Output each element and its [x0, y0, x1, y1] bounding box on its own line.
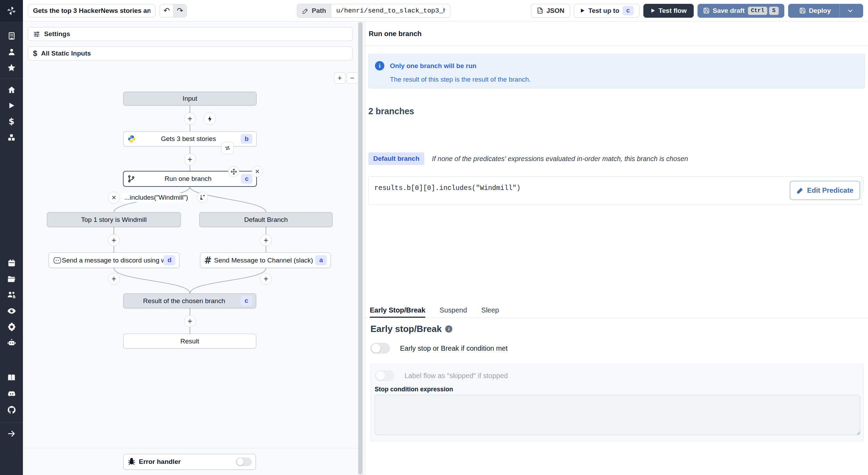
- sidebar-item-settings[interactable]: [0, 319, 23, 335]
- advanced-tabs: Early Stop/Break Suspend Sleep: [365, 304, 868, 318]
- sidebar-item-docs[interactable]: [0, 370, 23, 386]
- sidebar-item-variables[interactable]: $: [0, 114, 23, 130]
- sidebar-item-schedules[interactable]: [0, 255, 23, 271]
- home-icon: [7, 85, 16, 94]
- flow-title-input[interactable]: [28, 4, 156, 17]
- insert-step-button[interactable]: +: [184, 153, 196, 165]
- node-branch-top1-windmill[interactable]: Top 1 story is Windmill: [47, 212, 181, 227]
- discord-icon: [7, 389, 16, 399]
- test-flow-button[interactable]: Test flow: [643, 4, 694, 18]
- deploy-button[interactable]: Deploy: [788, 4, 863, 18]
- error-handler-toggle[interactable]: [236, 458, 252, 466]
- tab-suspend[interactable]: Suspend: [440, 304, 467, 318]
- sidebar-item-home[interactable]: [0, 82, 23, 98]
- insert-step-button[interactable]: +: [260, 234, 272, 246]
- retry-indicator-button[interactable]: [221, 142, 234, 154]
- test-up-to-step-badge: c: [623, 6, 634, 15]
- node-send-slack-message[interactable]: # Send Message to Channel (slack) a: [200, 252, 331, 268]
- sidebar-item-audit-logs[interactable]: [0, 303, 23, 319]
- graph-edges: [23, 22, 365, 475]
- test-up-to-label: Test up to: [588, 7, 619, 15]
- lightning-icon: [207, 116, 213, 122]
- remove-branch-button[interactable]: ✕: [108, 192, 120, 203]
- toggle-knob: [237, 458, 244, 465]
- add-branch-button[interactable]: [197, 192, 208, 203]
- sidebar-item-groups[interactable]: [0, 287, 23, 303]
- insert-step-button[interactable]: +: [184, 113, 196, 125]
- sidebar-item-workers[interactable]: [0, 335, 23, 351]
- path-input[interactable]: [331, 4, 450, 18]
- delete-step-button[interactable]: ✕: [252, 166, 263, 177]
- add-trigger-button[interactable]: [203, 112, 216, 125]
- file-json-icon: [537, 7, 543, 14]
- node-input[interactable]: Input: [123, 92, 257, 106]
- step-id-badge: d: [164, 255, 175, 265]
- flow-settings-button[interactable]: Settings: [28, 27, 353, 41]
- default-branch-badge: Default branch: [368, 152, 424, 165]
- deploy-separator: [840, 4, 840, 17]
- sidebar-item-discord[interactable]: [0, 386, 23, 402]
- node-gets-3-best-stories[interactable]: Gets 3 best stories b: [123, 131, 257, 147]
- sidebar-item-resources[interactable]: [0, 130, 23, 145]
- kbd-s: S: [769, 7, 779, 15]
- git-branch-plus-icon: [199, 194, 206, 200]
- insert-step-button[interactable]: +: [108, 273, 120, 285]
- topbar: ↶ ↷ Path JSON Test up to c Test flow Sav…: [23, 0, 868, 22]
- edit-predicate-button[interactable]: Edit Predicate: [790, 181, 860, 200]
- insert-step-button[interactable]: +: [184, 315, 196, 327]
- node-label: Run one branch: [135, 175, 241, 183]
- flow-settings-label: Settings: [44, 30, 70, 38]
- insert-step-button[interactable]: +: [260, 273, 272, 285]
- all-static-inputs-button[interactable]: $ All Static Inputs: [28, 47, 353, 60]
- windmill-logo[interactable]: [0, 0, 23, 22]
- stop-condition-textarea[interactable]: [375, 395, 860, 435]
- star-icon: [7, 63, 16, 72]
- path-chip[interactable]: Path: [297, 4, 331, 18]
- tab-sleep[interactable]: Sleep: [481, 304, 499, 318]
- save-draft-button[interactable]: Save draft CtrlS: [698, 4, 784, 18]
- sidebar-item-user[interactable]: [0, 44, 23, 60]
- deploy-dropdown[interactable]: [843, 4, 858, 17]
- undo-button[interactable]: ↶: [160, 5, 173, 17]
- step-id-badge: b: [241, 134, 252, 144]
- deploy-main[interactable]: Deploy: [794, 4, 836, 17]
- node-label: Send a message to discord using w...: [62, 257, 164, 264]
- panel-splitter[interactable]: [358, 22, 363, 475]
- sidebar-item-folders[interactable]: [0, 271, 23, 287]
- label-skipped-toggle[interactable]: [375, 370, 394, 381]
- early-stop-toggle[interactable]: [370, 343, 390, 353]
- pencil-icon: [302, 8, 309, 14]
- tab-early-stop-break[interactable]: Early Stop/Break: [370, 304, 425, 318]
- zoom-out-button[interactable]: −: [347, 72, 358, 84]
- node-run-one-branch[interactable]: Run one branch c ✕: [123, 171, 257, 187]
- node-send-discord-message[interactable]: Send a message to discord using w... d: [49, 252, 180, 268]
- branch-info-banner: i Only one branch will be run The result…: [368, 54, 865, 89]
- sidebar-item-runs[interactable]: [0, 98, 23, 114]
- path-label: Path: [312, 7, 326, 15]
- branch-predicate-summary: ...includes("Windmill"): [122, 193, 191, 202]
- discord-icon: [53, 256, 62, 265]
- node-branch-default[interactable]: Default Branch: [199, 212, 333, 227]
- sidebar-item-github[interactable]: [0, 402, 23, 418]
- sidebar-expand-button[interactable]: [0, 426, 23, 442]
- play-icon: [580, 8, 585, 13]
- test-up-to-button[interactable]: Test up to c: [574, 4, 639, 18]
- info-icon: i: [375, 61, 384, 70]
- redo-button[interactable]: ↷: [173, 5, 186, 17]
- node-branch-result[interactable]: Result of the chosen branch c: [123, 293, 256, 308]
- node-result[interactable]: Result: [123, 334, 256, 349]
- slack-icon: #: [204, 255, 212, 266]
- sidebar-item-workspace[interactable]: [0, 28, 23, 44]
- node-label: Default Branch: [203, 216, 328, 224]
- json-button-label: JSON: [546, 7, 565, 15]
- bug-icon: [127, 458, 136, 466]
- building-icon: [7, 32, 16, 40]
- sidebar-item-favorites[interactable]: [0, 60, 23, 76]
- json-button[interactable]: JSON: [531, 4, 570, 18]
- insert-step-button[interactable]: +: [108, 234, 120, 246]
- default-branch-description: If none of the predicates' expressions e…: [432, 155, 688, 163]
- zoom-in-button[interactable]: +: [334, 72, 345, 84]
- node-error-handler[interactable]: Error handler: [123, 454, 256, 470]
- robot-icon: [7, 338, 16, 348]
- move-step-button[interactable]: [228, 166, 239, 177]
